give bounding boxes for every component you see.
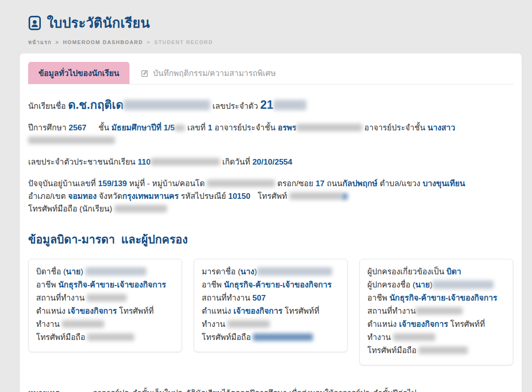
father-workplace-label: สถาน​ที่ทำงาน	[36, 294, 84, 302]
address-line-1: ปัจจุบันอยู่บ้านเลขที่ 159/139 หมู่ที่ -…	[28, 177, 513, 190]
address-subdistrict-value: บางขุนเทียน	[423, 179, 465, 188]
redacted-mother-workphone	[228, 320, 270, 328]
parents-cards-row: บิดาชื่อ (นาย) อาชีพ นักธุรกิจ-ค้าขาย-เจ…	[28, 259, 513, 365]
redacted-mother-name	[257, 267, 332, 276]
mother-occupation-value: นักธุรกิจ-ค้าขาย-เจ้าของกิจการ	[224, 280, 332, 289]
breadcrumb-dashboard[interactable]: HOMEROOM DASHBOARD	[63, 39, 143, 45]
breadcrumb-current: STUDENT RECORD	[154, 39, 213, 45]
academic-year-value: 2567	[68, 123, 86, 132]
redacted-teacher1-name	[296, 124, 362, 131]
homeroom-teacher1-value: อรพร	[278, 123, 296, 132]
breadcrumb-separator: >	[147, 39, 151, 45]
student-name-line: นักเรียนชื่อ ด.ช.กฤติเด เลขประจำตัว 21	[28, 98, 513, 113]
roll-no-value: 1	[208, 123, 212, 132]
father-name-line: บิดาชื่อ (นาย)	[36, 265, 174, 279]
mother-occupation-line: อาชีพ นักธุรกิจ-ค้าขาย-เจ้าของกิจการ สถา…	[202, 279, 340, 305]
academic-year-label: ปีการศึกษา	[28, 123, 67, 132]
guardian-position-value: เจ้าของกิจการ	[399, 320, 448, 329]
redacted-father-workplace	[87, 294, 127, 302]
guardian-mobile-label: โทรศัพท์มือถือ	[367, 346, 417, 355]
guardian-relation-label: ผู้ปกครองเกี่ยวข้องเป็น	[367, 267, 444, 276]
guardian-title-value: นาย	[415, 280, 430, 289]
mother-mobile-line: โทรศัพท์มือถือ	[202, 331, 340, 344]
homeroom-teacher1-label: อาจารย์ประจำชั้น	[214, 123, 275, 132]
student-mobile-label: โทรศัพท์มือถือ (นักเรียน)	[28, 204, 112, 213]
mother-workplace-value: 507	[252, 294, 266, 302]
redacted-citizen-id	[151, 158, 220, 166]
student-id-value: 21	[260, 98, 274, 111]
breadcrumb-home[interactable]: หน้าแรก	[28, 38, 52, 46]
notes-text-1: อาจารย์ประจำชั้นเก็บใบประวัตินักเรียนไว้…	[93, 389, 416, 392]
tab-bar: ข้อมูลทั่วไปของนักเรียน บันทึกพฤติกรรม/ค…	[28, 62, 513, 84]
student-mobile-line: โทรศัพท์มือถือ (นักเรียน)	[28, 203, 513, 215]
class-line: ปีการศึกษา 2567 ชั้น มัธยมศึกษาปีที่ 1/5…	[28, 121, 513, 147]
father-occupation-line: อาชีพ นักธุรกิจ-ค้าขาย-เจ้าของกิจการ สถา…	[36, 279, 174, 305]
redacted-father-name	[85, 267, 146, 276]
redacted-guardian-workplace	[416, 307, 463, 315]
student-id-label: เลขประจำตัว	[213, 102, 258, 111]
page-title: ใบประวัตินักเรียน	[47, 12, 150, 34]
guardian-occupation-label: อาชีพ	[367, 294, 388, 302]
mother-occupation-label: อาชีพ	[202, 280, 222, 289]
address-block: ปัจจุบันอยู่บ้านเลขที่ 159/139 หมู่ที่ -…	[28, 177, 513, 215]
father-mobile-line: โทรศัพท์มือถือ	[36, 331, 174, 344]
address-house-value: 159/139	[98, 179, 127, 188]
edit-icon	[141, 69, 149, 77]
notes-block: หมายเหตุอาจารย์ประจำชั้นเก็บใบประวัตินัก…	[28, 387, 513, 392]
father-position-value: เจ้าของกิจการ	[68, 307, 117, 316]
address-house-label: ปัจจุบันอยู่บ้านเลขที่	[28, 179, 96, 188]
tab-general-info-label: ข้อมูลทั่วไปของนักเรียน	[38, 67, 119, 79]
redacted-student-id	[274, 100, 306, 110]
mother-position-label: ตำแหน่ง	[202, 307, 231, 316]
father-occupation-label: อาชีพ	[36, 280, 56, 289]
student-name-value: ด.ช.กฤติเด	[68, 98, 123, 111]
address-road-value: กัลปพฤกษ์	[342, 179, 378, 188]
father-occupation-value: นักธุรกิจ-ค้าขาย-เจ้าของกิจการ	[58, 280, 166, 289]
redacted-father-mobile	[87, 333, 134, 341]
mother-name-label: มารดาชื่อ (	[202, 267, 241, 276]
class-label: ชั้น	[99, 123, 109, 132]
breadcrumb-separator: >	[55, 39, 59, 45]
citizen-id-label: เลขประจำตัวประชาชนนักเรียน	[28, 158, 136, 166]
mother-mobile-label: โทรศัพท์มือถือ	[202, 333, 251, 342]
address-road-label: ถนน	[327, 179, 342, 188]
general-info-panel: นักเรียนชื่อ ด.ช.กฤติเด เลขประจำตัว 21 ป…	[28, 98, 513, 392]
address-line-2: อำเภอ/เขต จอมทอง จังหวัดกรุงเทพมหานคร รห…	[28, 190, 513, 203]
paren-close: )	[254, 267, 257, 276]
address-postal-label: รหัสไปรษณีย์	[181, 192, 226, 201]
redacted-guardian-name	[433, 280, 494, 289]
father-position-line: ตำแหน่ง เจ้าของกิจการ โทรศัพท์ที่ทำงาน	[36, 305, 174, 331]
address-district-label: อำเภอ/เขต	[28, 192, 66, 201]
address-moo-label: หมู่ที่ - หมู่บ้าน/คอนโด	[129, 179, 205, 188]
father-name-label: บิดาชื่อ (	[36, 267, 66, 276]
citizen-id-value: 110	[137, 158, 150, 166]
address-province-label: จังหวัด	[99, 192, 122, 201]
guardian-mobile-line: โทรศัพท์มือถือ	[367, 344, 505, 357]
guardian-occupation-value: นักธุรกิจ-ค้าขาย-เจ้าของกิจการ	[389, 294, 497, 302]
guardian-card: ผู้ปกครองเกี่ยวข้องเป็น บิดา ผู้ปกครองชื…	[359, 259, 513, 365]
tab-behavior-record[interactable]: บันทึกพฤติกรรม/ความสามารถพิเศษ	[129, 62, 287, 84]
address-postal-value: 10150	[228, 192, 250, 201]
guardian-position-line: ตำแหน่ง เจ้าของกิจการ โทรศัพท์ที่ทำงาน	[367, 318, 505, 344]
redacted-student-name	[123, 100, 210, 110]
guardian-relation-value: บิดา	[447, 267, 461, 276]
id-badge-icon	[28, 15, 41, 30]
guardian-relation-line: ผู้ปกครองเกี่ยวข้องเป็น บิดา	[367, 265, 505, 279]
tab-general-info[interactable]: ข้อมูลทั่วไปของนักเรียน	[28, 62, 129, 84]
address-subdistrict-label: ตำบล/แขวง	[380, 179, 420, 188]
page-header: ใบประวัตินักเรียน หน้าแรก > HOMEROOM DAS…	[0, 0, 532, 46]
guardian-name-line: ผู้ปกครองชื่อ (นาย)	[367, 279, 505, 292]
redacted-home-phone-tail	[342, 193, 348, 200]
redacted-father-workphone	[62, 320, 104, 328]
father-mobile-label: โทรศัพท์มือถือ	[36, 333, 85, 342]
redacted-condo-name	[207, 180, 275, 187]
address-soi-value: 17	[316, 179, 325, 188]
homeroom-teacher2-value: นางสาว	[427, 123, 455, 132]
guardian-name-label: ผู้ปกครองชื่อ (	[367, 280, 415, 289]
birthdate-value: 20/10/2554	[252, 158, 292, 166]
mother-name-line: มารดาชื่อ (นาง)	[202, 265, 340, 279]
homeroom-teacher2-label: อาจารย์ประจำชั้น	[364, 123, 425, 132]
class-value: มัธยมศึกษาปีที่ 1/5	[112, 123, 175, 132]
roll-no-label: เลขที่	[187, 123, 205, 132]
student-record-card: ข้อมูลทั่วไปของนักเรียน บันทึกพฤติกรรม/ค…	[20, 53, 522, 392]
